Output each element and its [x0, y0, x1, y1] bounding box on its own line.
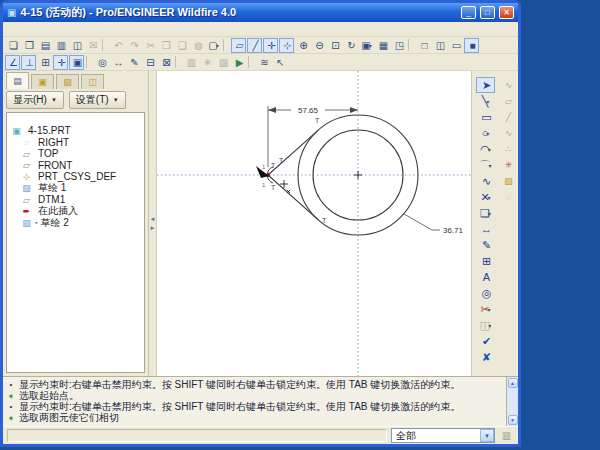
- tree-item-csys[interactable]: ⊹ PRT_CSYS_DEF: [11, 171, 144, 183]
- cut-button[interactable]: ✂: [142, 38, 157, 53]
- point-tool[interactable]: ✕▾: [476, 189, 495, 205]
- trim-tool[interactable]: ✂▾: [476, 301, 495, 317]
- section-tools-button[interactable]: ▥: [183, 55, 198, 70]
- save-button[interactable]: ▤: [37, 38, 52, 53]
- context-help-button[interactable]: ↖: [272, 55, 287, 70]
- tree-item-sketch1[interactable]: ▨ 草绘 1: [11, 183, 144, 195]
- diagnostics-button[interactable]: ≋: [256, 55, 271, 70]
- expand-right-icon[interactable]: ►: [150, 225, 156, 231]
- collapse-left-icon[interactable]: ◄: [150, 216, 156, 222]
- tree-item-insert-here[interactable]: ➨ 在此插入: [11, 206, 144, 218]
- dimension-tool[interactable]: ↔: [476, 221, 495, 237]
- show-dropdown-button[interactable]: 显示(H)▼: [6, 91, 64, 109]
- find-icon[interactable]: ▥: [499, 430, 514, 441]
- wireframe-style-button[interactable]: □: [416, 38, 431, 53]
- refit-button[interactable]: ⊡: [327, 38, 342, 53]
- chain-icon[interactable]: ∿: [499, 77, 518, 93]
- model-tree-tab[interactable]: ▤: [6, 72, 29, 89]
- mirror-tool[interactable]: ◫▾: [476, 317, 495, 333]
- feature-tools-button[interactable]: ✳: [199, 55, 214, 70]
- maximize-button[interactable]: □: [480, 6, 495, 19]
- spline-tool[interactable]: ∿: [476, 173, 495, 189]
- dimension-mode-button[interactable]: ↔: [110, 55, 125, 70]
- text-tool[interactable]: A: [476, 269, 495, 285]
- dimension-display-toggle[interactable]: ∠: [5, 55, 20, 70]
- constraint-display-toggle[interactable]: ⊥: [21, 55, 36, 70]
- saved-views-button[interactable]: ▣▾: [359, 38, 374, 53]
- tree-item-top-plane[interactable]: ▱ TOP: [11, 148, 144, 160]
- tree-item-right-plane[interactable]: ▱ RIGHT: [11, 137, 144, 149]
- zoom-out-button[interactable]: ⊖: [311, 38, 326, 53]
- datum-axis-toggle[interactable]: ╱: [247, 38, 262, 53]
- offset-tool[interactable]: ◎: [476, 285, 495, 301]
- datum-plane-toggle[interactable]: ▱: [231, 38, 246, 53]
- new-file-button[interactable]: ❏: [5, 38, 20, 53]
- csys-display-toggle[interactable]: ⊹: [279, 38, 294, 53]
- radius-dimension-value[interactable]: 36.71: [443, 226, 464, 235]
- redo-button[interactable]: ↷: [126, 38, 141, 53]
- parallelogram-icon[interactable]: ▱: [499, 93, 518, 109]
- connections-tab[interactable]: ◫: [81, 74, 104, 89]
- scroll-up-icon[interactable]: ▲: [508, 378, 518, 388]
- done-button[interactable]: ✔: [476, 333, 495, 349]
- print-preview-button[interactable]: ◫: [69, 38, 84, 53]
- modify-tool[interactable]: ✎: [476, 237, 495, 253]
- reorient-button[interactable]: ↻: [343, 38, 358, 53]
- minimize-button[interactable]: _: [461, 6, 476, 19]
- copy-button[interactable]: ❒: [158, 38, 173, 53]
- favorites-tab[interactable]: ▨: [56, 74, 79, 89]
- constrain-tool[interactable]: ⊞: [476, 253, 495, 269]
- layers-button[interactable]: ▦: [375, 38, 390, 53]
- email-button[interactable]: ✉: [85, 38, 100, 53]
- lower-tangent-line[interactable]: [268, 175, 318, 220]
- upper-tangent-line[interactable]: [268, 130, 318, 175]
- modify-values-button[interactable]: ✎: [126, 55, 141, 70]
- use-edge-tool[interactable]: ❏▾: [476, 205, 495, 221]
- tree-item-sketch2[interactable]: ▨ ▪ 草绘 2: [11, 217, 144, 229]
- width-dimension-value[interactable]: 57.65: [298, 106, 319, 115]
- rectangle-tool[interactable]: ▭: [476, 109, 495, 125]
- center-mark-icon[interactable]: [354, 171, 362, 179]
- sketch-canvas[interactable]: 57.65 36.71 T T T T T 1 1: [157, 71, 471, 376]
- print-button[interactable]: ▥: [53, 38, 68, 53]
- nohidden-style-button[interactable]: ▭: [448, 38, 463, 53]
- fillet-tool[interactable]: ⌒▾: [476, 157, 495, 173]
- lock-constraints-button[interactable]: ⊠: [158, 55, 173, 70]
- message-scrollbar[interactable]: ▲ ▼: [506, 377, 518, 426]
- scroll-down-icon[interactable]: ▼: [508, 415, 518, 425]
- tree-item-part[interactable]: ▣ 4-15.PRT: [11, 125, 144, 137]
- slant-line-icon[interactable]: ╱: [499, 109, 518, 125]
- search-button[interactable]: ◍: [190, 38, 205, 53]
- folder-browser-tab[interactable]: ▣: [31, 74, 54, 89]
- shade-loops-toggle[interactable]: ▣: [69, 55, 84, 70]
- asterisk-point-icon[interactable]: ✳: [499, 157, 518, 173]
- link-icon[interactable]: ◌: [499, 189, 518, 205]
- panel-sash[interactable]: ◄ ►: [149, 71, 157, 376]
- shaded-style-button[interactable]: ■: [464, 38, 479, 53]
- chevron-down-icon[interactable]: ▼: [480, 429, 494, 442]
- zoom-in-button[interactable]: ⊕: [295, 38, 310, 53]
- quit-button[interactable]: ✘: [476, 349, 495, 365]
- grid-settings-button[interactable]: ⊟: [142, 55, 157, 70]
- grid-display-toggle[interactable]: ⊞: [37, 55, 52, 70]
- view-manager-button[interactable]: ◳: [391, 38, 406, 53]
- datum-point-toggle[interactable]: ✛: [263, 38, 278, 53]
- circle-tool[interactable]: ○▾: [476, 125, 495, 141]
- tree-item-front-plane[interactable]: ▱ FRONT: [11, 160, 144, 172]
- select-tool[interactable]: ➤: [476, 77, 495, 93]
- line-tool[interactable]: ╲▾: [476, 93, 495, 109]
- vertex-display-toggle[interactable]: ✛: [53, 55, 68, 70]
- open-file-button[interactable]: ❐: [21, 38, 36, 53]
- sketch-orient-button[interactable]: ◎: [94, 55, 109, 70]
- title-bar[interactable]: ▣ 4-15 (活动的) - Pro/ENGINEER Wildfire 4.0…: [3, 3, 518, 22]
- ellipse-dots-icon[interactable]: ∴: [499, 141, 518, 157]
- settings-dropdown-button[interactable]: 设置(T)▼: [69, 91, 126, 109]
- undo-button[interactable]: ↶: [110, 38, 125, 53]
- import-image-button[interactable]: ▨: [215, 55, 230, 70]
- paste-button[interactable]: ❑: [174, 38, 189, 53]
- select-filter-button[interactable]: ▢▾: [206, 38, 221, 53]
- filter-dropdown[interactable]: 全部 ▼: [391, 428, 495, 443]
- hiddenline-style-button[interactable]: ◫: [432, 38, 447, 53]
- regenerate-button[interactable]: ▶: [231, 55, 246, 70]
- wave-icon[interactable]: ∿: [499, 125, 518, 141]
